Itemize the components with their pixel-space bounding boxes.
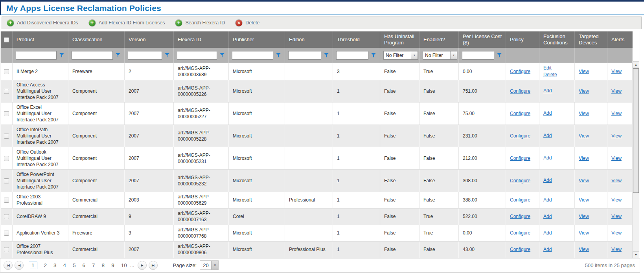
add-link[interactable]: Add	[543, 230, 570, 236]
row-checkbox[interactable]	[4, 178, 9, 183]
configure-link[interactable]: Configure	[510, 155, 530, 161]
targeted-devices-view-link[interactable]: View	[579, 88, 589, 94]
add-link[interactable]: Add	[543, 110, 570, 117]
add-link[interactable]: Add	[543, 155, 570, 161]
row-checkbox[interactable]	[4, 89, 9, 94]
targeted-devices-view-link[interactable]: View	[579, 133, 589, 139]
column-header-product[interactable]: Product	[13, 31, 68, 48]
column-header-publisher[interactable]: Publisher	[229, 31, 285, 48]
filter-button-edition[interactable]	[323, 52, 329, 59]
page-number-7[interactable]: 7	[92, 262, 95, 268]
configure-link[interactable]: Configure	[510, 110, 530, 117]
filter-button-threshold[interactable]	[370, 52, 377, 59]
delete-link[interactable]: Delete	[543, 71, 570, 78]
filter-button-classification[interactable]	[115, 52, 121, 59]
chevron-down-icon[interactable]: ▼	[450, 51, 457, 59]
prev-page-button[interactable]: ◀	[15, 261, 24, 270]
page-number-6[interactable]: 6	[83, 262, 86, 268]
alerts-view-link[interactable]: View	[611, 246, 622, 253]
targeted-devices-view-link[interactable]: View	[579, 68, 589, 75]
add-link[interactable]: Add	[543, 88, 570, 94]
alerts-view-link[interactable]: View	[611, 110, 622, 117]
configure-link[interactable]: Configure	[510, 213, 530, 220]
filter-input-threshold[interactable]	[336, 51, 368, 60]
next-page-button[interactable]: ▶	[138, 261, 147, 270]
row-checkbox[interactable]	[4, 69, 9, 74]
add-link[interactable]: Add	[543, 197, 570, 203]
filter-input-edition[interactable]	[288, 51, 321, 60]
configure-link[interactable]: Configure	[510, 246, 530, 253]
last-page-button[interactable]: ▶|	[149, 261, 158, 270]
chevron-down-icon[interactable]: ▼	[411, 51, 418, 59]
targeted-devices-view-link[interactable]: View	[579, 230, 589, 236]
filter-input-product[interactable]	[16, 51, 57, 60]
column-header-threshold[interactable]: Threshold	[333, 31, 380, 48]
row-checkbox[interactable]	[4, 111, 9, 116]
targeted-devices-view-link[interactable]: View	[579, 197, 589, 203]
configure-link[interactable]: Configure	[510, 68, 530, 75]
toolbar-button-delete[interactable]: ✕Delete	[235, 19, 259, 27]
filter-input-version[interactable]	[128, 51, 162, 60]
column-header-policy[interactable]: Policy	[506, 31, 539, 48]
alerts-view-link[interactable]: View	[611, 230, 622, 236]
alerts-view-link[interactable]: View	[611, 68, 622, 75]
configure-link[interactable]: Configure	[510, 230, 530, 236]
page-number-1[interactable]: 1	[29, 262, 37, 269]
page-number-10[interactable]: 10	[121, 262, 127, 268]
scroll-thumb[interactable]	[633, 68, 639, 193]
configure-link[interactable]: Configure	[510, 133, 530, 139]
row-checkbox[interactable]	[4, 156, 9, 161]
row-checkbox[interactable]	[4, 198, 9, 203]
filter-select-has-uninstall-program[interactable]: No Filter▼	[383, 51, 418, 60]
add-link[interactable]: Add	[543, 177, 570, 184]
filter-button-product[interactable]	[59, 52, 65, 59]
page-number-5[interactable]: 5	[73, 262, 76, 268]
configure-link[interactable]: Configure	[510, 88, 530, 94]
alerts-view-link[interactable]: View	[611, 133, 622, 139]
column-header-exclusion-conditions[interactable]: Exclusion Conditions	[539, 31, 575, 48]
select-all-checkbox[interactable]	[4, 37, 9, 42]
edit-link[interactable]: Edit	[543, 65, 570, 71]
filter-input-flexera-id[interactable]	[177, 51, 217, 60]
row-checkbox[interactable]	[4, 231, 9, 236]
column-header-per-license-cost[interactable]: Per License Cost ($)	[459, 31, 506, 48]
row-checkbox[interactable]	[4, 214, 9, 219]
column-header-version[interactable]: Version	[125, 31, 174, 48]
add-link[interactable]: Add	[543, 213, 570, 220]
page-number-4[interactable]: 4	[63, 262, 66, 268]
page-number-9[interactable]: 9	[111, 262, 114, 268]
alerts-view-link[interactable]: View	[611, 213, 622, 220]
page-number-8[interactable]: 8	[102, 262, 105, 268]
column-header-enabled[interactable]: Enabled?	[420, 31, 459, 48]
toolbar-button-add-flexera-id-from-licenses[interactable]: +Add Flexera ID From Licenses	[88, 19, 165, 27]
page-size-select[interactable]: 20 ▼	[200, 260, 219, 270]
targeted-devices-view-link[interactable]: View	[579, 110, 589, 117]
column-header-flexera-id[interactable]: Flexera ID	[174, 31, 229, 48]
page-ellipsis[interactable]: ...	[130, 262, 134, 268]
alerts-view-link[interactable]: View	[611, 88, 622, 94]
targeted-devices-view-link[interactable]: View	[579, 246, 589, 253]
add-link[interactable]: Add	[543, 132, 570, 139]
column-header-classification[interactable]: Classification	[68, 31, 125, 48]
targeted-devices-view-link[interactable]: View	[579, 155, 589, 161]
filter-button-publisher[interactable]	[275, 52, 282, 59]
targeted-devices-view-link[interactable]: View	[579, 178, 589, 184]
alerts-view-link[interactable]: View	[611, 155, 622, 161]
scroll-track[interactable]	[633, 68, 639, 251]
row-checkbox[interactable]	[4, 134, 9, 139]
filter-button-version[interactable]	[164, 52, 170, 59]
first-page-button[interactable]: |◀	[4, 261, 13, 270]
alerts-view-link[interactable]: View	[611, 178, 622, 184]
column-header-targeted-devices[interactable]: Targeted Devices	[575, 31, 607, 48]
column-header-has-uninstall-program[interactable]: Has Uninstall Program	[380, 31, 420, 48]
alerts-view-link[interactable]: View	[611, 197, 622, 203]
page-number-2[interactable]: 2	[44, 262, 47, 268]
column-header-alerts[interactable]: Alerts	[607, 31, 633, 48]
configure-link[interactable]: Configure	[510, 197, 530, 203]
vertical-scrollbar[interactable]: ▲ ▼	[632, 61, 639, 258]
configure-link[interactable]: Configure	[510, 178, 530, 184]
scroll-down-button[interactable]: ▼	[633, 251, 639, 258]
filter-button-flexera-id[interactable]	[219, 52, 225, 59]
toolbar-button-add-discovered-flexera-ids[interactable]: +Add Discovered Flexera IDs	[7, 19, 78, 27]
filter-button-per-license-cost[interactable]	[496, 52, 502, 59]
